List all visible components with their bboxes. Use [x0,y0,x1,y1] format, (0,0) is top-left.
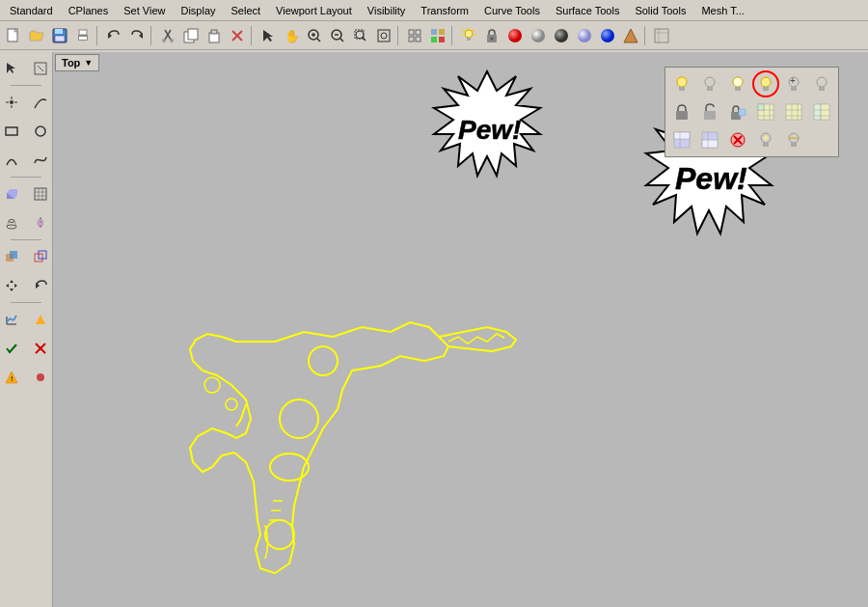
svg-rect-39 [431,37,437,42]
menu-surface-tools[interactable]: Surface Tools [548,3,627,18]
sidebar-mesh-btn[interactable] [27,180,54,207]
ft-delete-icon[interactable] [724,126,751,153]
viewport: Top ▼ Pew! Pew! [53,52,868,607]
color-sphere[interactable] [527,24,550,47]
ft-unlock[interactable] [696,98,723,125]
svg-point-77 [9,220,14,223]
light-on-icon[interactable] [457,24,480,47]
sidebar-move-btn[interactable] [0,272,25,299]
sidebar-circle-btn[interactable] [27,118,54,145]
svg-rect-123 [763,87,769,91]
pan-tool[interactable]: ✋ [280,24,303,47]
sidebar-intersect-btn[interactable] [27,243,54,270]
ft-light-add[interactable]: + [780,70,807,97]
svg-text:Pew!: Pew! [458,115,521,145]
viewport-arrow: ▼ [84,58,93,68]
color-glass-sphere[interactable] [573,24,596,47]
ft-grid-c[interactable] [808,98,835,125]
sep2 [150,26,154,45]
sidebar-ok-btn[interactable] [0,335,25,362]
sidebar-warning-btn[interactable]: ! [0,364,25,391]
ft-grid-a[interactable] [752,98,779,125]
paste-button[interactable] [203,24,226,47]
svg-rect-114 [679,87,685,91]
cut-button[interactable] [156,24,179,47]
save-button[interactable] [48,24,71,47]
undo-button[interactable] [102,24,125,47]
menu-curve-tools[interactable]: Curve Tools [476,3,548,18]
svg-point-41 [465,30,473,38]
select-tool[interactable] [257,24,280,47]
ft-light-dim-2[interactable] [752,126,779,153]
ft-light-dim[interactable] [724,70,751,97]
sidebar-revolve-btn[interactable] [27,209,54,236]
ft-lock[interactable] [668,98,695,125]
sidebar-cancel-btn[interactable] [27,335,54,362]
ft-panel-b[interactable] [696,126,723,153]
sidebar-rotate-btn[interactable] [27,272,54,299]
menu-transform[interactable]: Transform [413,3,476,18]
color-blue-sphere[interactable] [596,24,619,47]
sidebar-boolean-btn[interactable] [0,243,25,270]
svg-rect-42 [467,38,471,41]
viewport-name: Top [62,57,80,69]
svg-rect-31 [378,30,390,41]
sidebar-rect-btn[interactable] [0,118,25,145]
sidebar-arc-btn[interactable] [0,147,25,174]
sep3 [251,26,255,45]
ft-grid-b[interactable] [780,98,807,125]
menu-display[interactable]: Display [173,3,223,18]
zoom-out-tool[interactable] [326,24,349,47]
menu-setview[interactable]: Set View [116,3,173,18]
menu-standard[interactable]: Standard [2,3,61,18]
viewport-shaded[interactable] [426,24,449,47]
menu-select[interactable]: Select [224,3,269,18]
grid-toggle[interactable] [403,24,426,47]
svg-line-117 [686,78,688,80]
sidebar-line-btn[interactable] [27,89,54,116]
new-button[interactable] [2,24,25,47]
zoom-window-tool[interactable] [349,24,372,47]
extra-tool-1[interactable] [650,24,673,47]
ft-light-selected[interactable] [752,70,779,97]
menu-cplanes[interactable]: CPlanes [61,3,117,18]
ft-lock-layer[interactable] [724,98,751,125]
svg-marker-55 [624,29,637,42]
svg-point-122 [761,77,771,87]
menu-viewport[interactable]: Viewport Layout [268,3,360,18]
sidebar-point-btn[interactable] [0,89,25,116]
zoom-all-tool[interactable] [372,24,395,47]
print-button[interactable] [71,24,95,47]
menu-mesh[interactable]: Mesh T... [693,3,751,18]
sidebar-render-btn[interactable] [27,306,54,333]
copy-button[interactable] [179,24,203,47]
svg-rect-162 [791,143,797,147]
sidebar-analyze-btn[interactable] [0,306,25,333]
svg-point-118 [705,77,715,87]
zoom-in-tool[interactable] [303,24,326,47]
svg-point-11 [162,39,166,42]
ft-panel-a[interactable] [668,126,695,153]
redo-button[interactable] [125,24,149,47]
ft-light-off[interactable] [696,70,723,97]
sep5 [451,26,455,45]
sidebar-extrude-btn[interactable] [0,180,25,207]
open-button[interactable] [25,24,48,47]
svg-point-160 [764,136,768,140]
sidebar-freeform-btn[interactable] [27,147,54,174]
color-red[interactable] [503,24,527,47]
color-dark-sphere[interactable] [550,24,573,47]
ft-light-type-2[interactable] [780,126,807,153]
render-triangle[interactable] [619,24,642,47]
delete-button[interactable] [226,24,249,47]
menu-visibility[interactable]: Visibility [360,3,414,18]
sidebar-dot-btn[interactable] [27,364,54,391]
ft-light-normal[interactable] [668,70,695,97]
ft-light-remove[interactable] [808,70,835,97]
sidebar-select-btn[interactable] [0,55,25,82]
lock-icon[interactable] [480,24,503,47]
sidebar-loft-btn[interactable] [0,209,25,236]
sidebar-edit-btn[interactable] [27,55,54,82]
menu-solid-tools[interactable]: Solid Tools [627,3,693,18]
viewport-label[interactable]: Top ▼ [55,54,99,71]
